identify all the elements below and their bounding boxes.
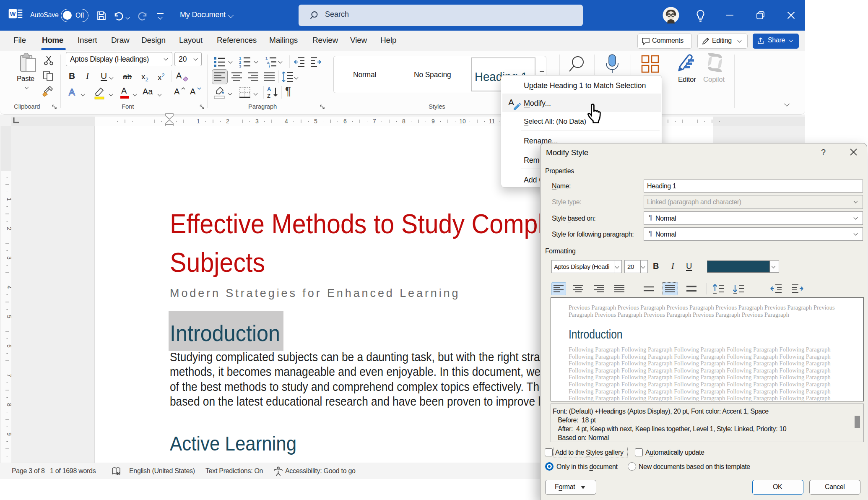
svg-text:3: 3	[255, 118, 259, 125]
svg-text:4: 4	[6, 286, 11, 289]
svg-text:8: 8	[402, 118, 405, 125]
svg-text:A: A	[267, 86, 271, 92]
svg-text:10: 10	[459, 118, 466, 125]
svg-text:2: 2	[6, 227, 11, 230]
svg-text:9: 9	[431, 118, 435, 125]
svg-text:8: 8	[6, 403, 11, 406]
svg-text:7: 7	[373, 118, 376, 125]
svg-text:6: 6	[343, 118, 347, 125]
svg-text:i: i	[269, 64, 270, 68]
svg-text:7: 7	[6, 374, 11, 377]
svg-text:W: W	[10, 10, 16, 17]
svg-text:2: 2	[226, 118, 229, 125]
svg-text:Z: Z	[267, 93, 270, 99]
svg-text:3: 3	[239, 64, 241, 68]
svg-text:5: 5	[314, 118, 317, 125]
svg-text:6: 6	[6, 344, 11, 348]
svg-text:1: 1	[6, 198, 11, 201]
svg-text:5: 5	[6, 315, 11, 318]
svg-text:3: 3	[6, 256, 11, 260]
svg-text:11: 11	[489, 118, 495, 125]
svg-text:4: 4	[285, 118, 288, 125]
svg-text:9: 9	[6, 432, 11, 436]
svg-text:1: 1	[197, 118, 200, 125]
